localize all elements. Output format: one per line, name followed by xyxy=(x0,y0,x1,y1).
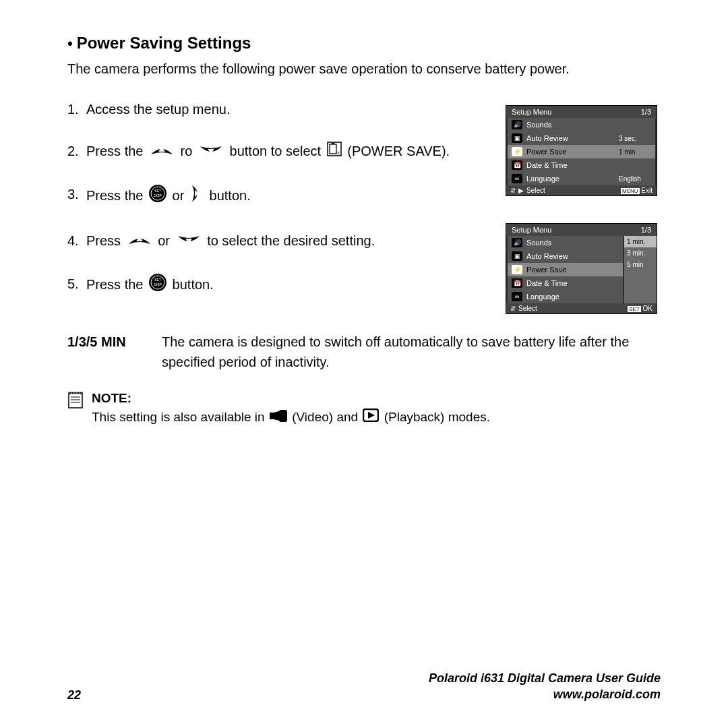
section-title: •Power Saving Settings xyxy=(67,34,661,53)
menu-row: 📅 Date & Time xyxy=(508,276,623,290)
note-content: NOTE: This setting is also available in … xyxy=(92,389,490,428)
guide-url: www.polaroid.com xyxy=(429,687,661,702)
row-label: Auto Review xyxy=(526,252,619,260)
row-label: Power Save xyxy=(526,266,619,274)
menu-row: 🔊 Sounds xyxy=(508,118,655,131)
t: This setting is also available in xyxy=(92,410,265,424)
t: button. xyxy=(173,277,214,292)
up-button-icon xyxy=(148,142,175,163)
powersave-icon: ⚡ xyxy=(512,265,522,274)
t: (Video) and xyxy=(292,410,358,424)
lcd-screenshot-1: Setup Menu 1/3 🔊 Sounds ▣ Auto Review 3 … xyxy=(506,105,657,196)
footer-left: Select xyxy=(518,305,537,312)
powersave-icon: z xyxy=(326,141,342,163)
svg-rect-4 xyxy=(332,143,334,144)
step-body: Press the ro button to select z (POWER S… xyxy=(86,140,485,163)
datetime-icon: 📅 xyxy=(512,278,522,288)
step-body: Access the setup menu. xyxy=(86,98,485,120)
definition-body: The camera is designed to switch off aut… xyxy=(162,332,661,372)
up-button-icon xyxy=(126,231,153,253)
step-5: 5. Press the SETDISP button. xyxy=(67,273,485,298)
step-num: 1. xyxy=(67,98,86,120)
menu-row: ▣ Auto Review 3 sec. xyxy=(508,131,655,145)
step-3: 3. Press the SETDISP or button. xyxy=(67,183,485,210)
set-disp-button-icon: SETDISP xyxy=(148,184,167,209)
sounds-icon: 🔊 xyxy=(512,120,522,129)
svg-text:DISP: DISP xyxy=(154,282,162,286)
row-label: Date & Time xyxy=(526,161,615,169)
content-row: 1. Access the setup menu. 2. Press the r… xyxy=(67,98,661,318)
svg-rect-27 xyxy=(279,410,287,422)
autoreview-icon: ▣ xyxy=(512,251,522,261)
t: or xyxy=(158,233,170,248)
right-button-icon xyxy=(189,183,204,210)
svg-marker-29 xyxy=(368,412,375,419)
row-val: 1 min xyxy=(619,148,651,156)
t: to select the desired setting. xyxy=(207,233,375,248)
screen-body: 🔊 Sounds ▣ Auto Review ⚡ Power Save 📅 Da… xyxy=(506,236,657,303)
set-badge: SET xyxy=(628,306,641,312)
svg-text:SET: SET xyxy=(154,189,161,193)
steps-list: 1. Access the setup menu. 2. Press the r… xyxy=(67,98,485,318)
step-body: Press the SETDISP or button. xyxy=(86,183,485,210)
screen-header: Setup Menu 1/3 xyxy=(506,106,657,118)
bullet-icon: • xyxy=(67,35,73,52)
row-label: Sounds xyxy=(526,121,615,129)
header-page: 1/3 xyxy=(641,226,651,234)
t: button to select xyxy=(230,144,322,158)
playback-mode-icon xyxy=(363,408,379,428)
header-title: Setup Menu xyxy=(512,108,551,116)
notepad-icon xyxy=(67,390,84,409)
intro-text: The camera performs the following power … xyxy=(67,59,661,78)
svg-rect-17 xyxy=(69,393,82,408)
step-body: Press the SETDISP button. xyxy=(86,273,485,298)
note-block: NOTE: This setting is also available in … xyxy=(67,389,661,428)
option: 3 min. xyxy=(624,247,657,259)
down-button-icon xyxy=(198,142,224,163)
title-text: Power Saving Settings xyxy=(77,34,251,52)
row-label: Language xyxy=(526,175,615,183)
header-page: 1/3 xyxy=(641,108,651,116)
svg-marker-10 xyxy=(195,190,200,197)
screenshots-column: Setup Menu 1/3 🔊 Sounds ▣ Auto Review 3 … xyxy=(506,98,661,318)
down-button-icon xyxy=(175,231,202,253)
t: ro xyxy=(181,144,193,158)
row-label: Auto Review xyxy=(526,134,615,142)
t: (POWER SAVE). xyxy=(347,144,450,158)
set-disp-button-icon: SETDISP xyxy=(148,273,167,298)
updown-icon: ⇵ xyxy=(510,187,516,194)
t: Press the xyxy=(86,144,143,158)
t: button. xyxy=(210,188,251,203)
svg-rect-26 xyxy=(270,413,274,419)
footer-right: Exit xyxy=(641,187,653,194)
step-num: 5. xyxy=(67,273,86,298)
footer-left: Select xyxy=(526,187,545,194)
step-4: 4. Press or to select the desired settin… xyxy=(67,230,485,253)
option: 5 min xyxy=(624,259,657,270)
menu-row: ▣ Auto Review xyxy=(508,249,623,263)
autoreview-icon: ▣ xyxy=(512,133,522,143)
row-label: Language xyxy=(526,293,619,301)
step-body: Press or to select the desired setting. xyxy=(86,230,485,253)
menu-row-selected: ⚡ Power Save xyxy=(508,263,623,276)
footer-right: Polaroid i631 Digital Camera User Guide … xyxy=(429,671,661,702)
step-num: 3. xyxy=(67,183,86,210)
t: Press the xyxy=(86,277,143,292)
definition-block: 1/3/5 MIN The camera is designed to swit… xyxy=(67,332,661,372)
screen-header: Setup Menu 1/3 xyxy=(506,224,657,236)
row-val: English xyxy=(619,175,651,183)
powersave-icon: ⚡ xyxy=(512,147,522,156)
sounds-icon: 🔊 xyxy=(512,238,522,247)
screen-left: 🔊 Sounds ▣ Auto Review ⚡ Power Save 📅 Da… xyxy=(506,236,624,303)
note-label: NOTE: xyxy=(92,389,490,408)
language-icon: ∞ xyxy=(512,174,522,183)
guide-title: Polaroid i631 Digital Camera User Guide xyxy=(429,671,661,686)
step-num: 4. xyxy=(67,230,86,253)
video-mode-icon xyxy=(270,408,287,428)
svg-text:z: z xyxy=(337,150,340,156)
t: (Playback) modes. xyxy=(384,410,490,424)
option-selected: 1 min. xyxy=(624,236,657,247)
datetime-icon: 📅 xyxy=(512,160,522,170)
note-body: This setting is also available in (Video… xyxy=(92,408,490,427)
language-icon: ∞ xyxy=(512,292,522,301)
